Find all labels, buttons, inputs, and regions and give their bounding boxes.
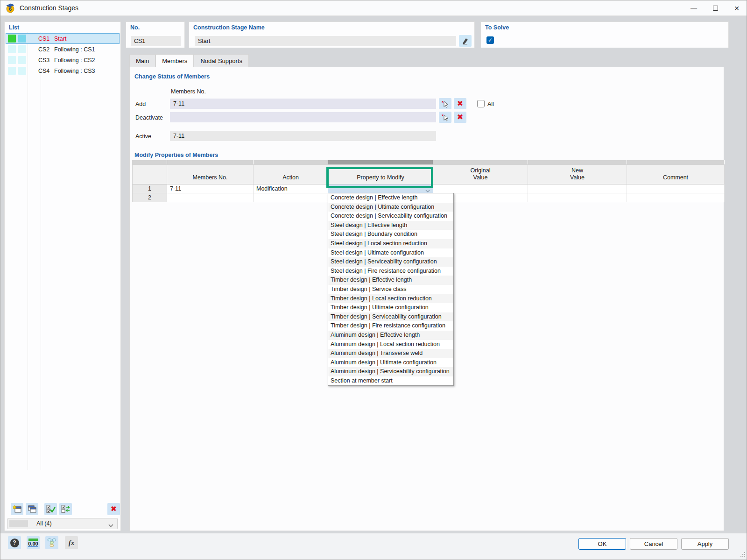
add-members-input[interactable]: 7-11 xyxy=(170,99,436,109)
dropdown-option[interactable]: Steel design | Fire resistance configura… xyxy=(328,267,453,276)
active-label: Active xyxy=(135,133,151,140)
dropdown-option[interactable]: Timber design | Local section reduction xyxy=(328,294,453,304)
dropdown-option[interactable]: Concrete design | Serviceability configu… xyxy=(328,212,453,221)
to-solve-checkbox[interactable]: ✓ xyxy=(486,36,494,44)
dropdown-option[interactable]: Steel design | Serviceability configurat… xyxy=(328,257,453,267)
dropdown-option[interactable]: Concrete design | Effective length xyxy=(328,193,453,203)
to-solve-label: To Solve xyxy=(481,22,728,31)
help-button[interactable]: ? xyxy=(8,536,21,549)
dropdown-option[interactable]: Aluminum design | Ultimate configuration xyxy=(328,358,453,368)
cell-members-no[interactable]: 7-11 xyxy=(167,184,254,193)
check-all-button[interactable] xyxy=(44,503,57,515)
close-icon[interactable]: ✕ xyxy=(726,0,747,16)
stage-id: CS1 xyxy=(38,35,52,42)
ok-button[interactable]: OK xyxy=(578,538,626,550)
dropdown-option[interactable]: Steel design | Local section reduction xyxy=(328,239,453,248)
new-window-icon xyxy=(13,505,22,513)
to-solve-panel: To Solve ✓ xyxy=(480,21,729,48)
dropdown-option[interactable]: Steel design | Effective length xyxy=(328,221,453,230)
dropdown-option[interactable]: Section at member start xyxy=(328,376,453,386)
units-value: 0.00 xyxy=(28,541,38,547)
cell-action[interactable] xyxy=(254,193,328,202)
copy-stage-button[interactable] xyxy=(26,503,38,515)
header-new-value: New Value xyxy=(528,165,627,184)
help-icon: ? xyxy=(10,539,19,547)
cell-comment[interactable] xyxy=(627,184,725,193)
formula-button[interactable]: fx xyxy=(65,536,78,549)
resize-grip[interactable] xyxy=(740,552,746,559)
dropdown-option[interactable]: Aluminum design | Effective length xyxy=(328,331,453,340)
tab-nodal-supports[interactable]: Nodal Supports xyxy=(194,54,249,67)
stage-status-swatch xyxy=(8,67,16,75)
model-tree-button[interactable] xyxy=(45,536,58,549)
cell-members-no[interactable] xyxy=(167,193,254,202)
invert-check-icon xyxy=(61,505,70,513)
property-to-modify-select[interactable] xyxy=(328,184,433,193)
pick-members-button[interactable]: x xyxy=(439,98,451,109)
list-grid-line xyxy=(28,32,28,470)
list-item-cs4[interactable]: CS4Following : CS3 xyxy=(6,65,120,76)
cell-comment[interactable] xyxy=(627,193,725,202)
stage-no-field: CS1 xyxy=(131,36,181,46)
dropdown-option[interactable]: Aluminum design | Local section reductio… xyxy=(328,340,453,349)
clear-deactivate-button[interactable]: ✖ xyxy=(454,112,466,123)
list-item-cs1[interactable]: CS1Start xyxy=(6,33,120,44)
new-stage-button[interactable] xyxy=(11,503,23,515)
dropdown-option[interactable]: Steel design | Boundary condition xyxy=(328,230,453,239)
tab-members[interactable]: Members xyxy=(155,54,194,67)
cell-new-value[interactable] xyxy=(528,184,627,193)
all-checkbox-label: All xyxy=(487,101,494,107)
cell-original-value[interactable] xyxy=(433,184,528,193)
cell-action[interactable]: Modification xyxy=(254,184,328,193)
apply-button[interactable]: Apply xyxy=(681,538,729,550)
column-grip[interactable] xyxy=(167,160,254,164)
edit-name-button[interactable] xyxy=(459,35,472,47)
dropdown-option[interactable]: Aluminum design | Serviceability configu… xyxy=(328,367,453,376)
window-title: Construction Stages xyxy=(20,4,78,12)
titlebar: 6 Construction Stages — ✕ xyxy=(0,0,747,16)
window-controls: — ✕ xyxy=(683,0,747,16)
invert-check-button[interactable] xyxy=(59,503,72,515)
units-settings-button[interactable]: 0.00 xyxy=(27,536,40,549)
stage-name-input[interactable]: Start xyxy=(195,36,456,46)
filter-label: All (4) xyxy=(36,520,52,527)
stage-id: CS2 xyxy=(38,46,52,53)
svg-text:x: x xyxy=(442,100,444,103)
column-grip[interactable] xyxy=(528,160,627,164)
tab-main[interactable]: Main xyxy=(129,54,155,67)
stage-filter-dropdown[interactable]: All (4) xyxy=(7,518,118,529)
list-item-cs2[interactable]: CS2Following : CS1 xyxy=(6,44,120,55)
column-grip-row xyxy=(133,160,724,164)
deactivate-members-input[interactable] xyxy=(170,112,436,122)
dropdown-option[interactable]: Timber design | Effective length xyxy=(328,276,453,285)
dropdown-option[interactable]: Concrete design | Ultimate configuration xyxy=(328,203,453,212)
list-grid-line xyxy=(41,32,41,470)
row-number: 1 xyxy=(133,184,167,193)
column-grip-selected[interactable] xyxy=(328,160,433,164)
column-grip[interactable] xyxy=(433,160,528,164)
dropdown-option[interactable]: Aluminum design | Transverse weld xyxy=(328,349,453,358)
grip-dots-icon xyxy=(740,552,746,557)
maximize-icon[interactable] xyxy=(705,0,726,16)
dropdown-option[interactable]: Steel design | Ultimate configuration xyxy=(328,248,453,258)
dropdown-option[interactable]: Timber design | Ultimate configuration xyxy=(328,303,453,312)
pick-members-button[interactable]: x xyxy=(439,112,451,123)
cell-new-value[interactable] xyxy=(528,193,627,202)
all-members-checkbox[interactable] xyxy=(477,100,485,107)
column-grip[interactable] xyxy=(133,160,167,164)
cancel-button[interactable]: Cancel xyxy=(630,538,677,550)
minimize-icon[interactable]: — xyxy=(683,0,705,16)
stage-list: CS1StartCS2Following : CS1CS3Following :… xyxy=(6,33,120,76)
dropdown-option[interactable]: Timber design | Service class xyxy=(328,285,453,294)
clear-add-button[interactable]: ✖ xyxy=(454,98,466,109)
list-item-cs3[interactable]: CS3Following : CS2 xyxy=(6,55,120,65)
stage-color-swatch xyxy=(18,56,26,64)
dropdown-option[interactable]: Timber design | Fire resistance configur… xyxy=(328,321,453,331)
column-grip[interactable] xyxy=(627,160,725,164)
row-number: 2 xyxy=(133,193,167,202)
header-members-no: Members No. xyxy=(167,165,254,184)
dropdown-option[interactable]: Timber design | Serviceability configura… xyxy=(328,312,453,322)
delete-stage-button[interactable]: ✖ xyxy=(107,503,120,515)
app-icon: 6 xyxy=(5,3,15,13)
column-grip[interactable] xyxy=(254,160,328,164)
